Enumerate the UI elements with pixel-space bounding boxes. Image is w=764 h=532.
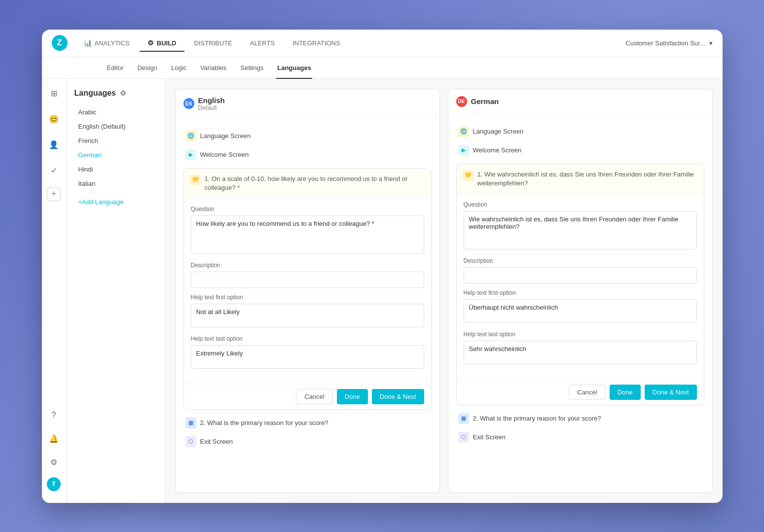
q1-text: 1. On a scale of 0-10, how likely are yo… xyxy=(205,175,425,192)
survey-title[interactable]: Customer Satisfaction Sur... ▾ xyxy=(625,39,712,47)
grid-icon-btn[interactable]: ⊞ xyxy=(45,85,63,103)
help-last-row: Help text last option xyxy=(191,335,424,371)
nav-tab-distribute[interactable]: DISTRIBUTE xyxy=(186,35,240,52)
panel-title: Languages ⚙ xyxy=(74,89,157,98)
german-done-button[interactable]: Done xyxy=(610,385,641,400)
english-done-next-button[interactable]: Done & Next xyxy=(372,389,424,404)
lang-item-english[interactable]: English (Default) xyxy=(74,120,157,133)
english-q2[interactable]: ▦ 2. What is the primary reason for your… xyxy=(183,414,432,432)
de-help-last-row: Help text last option xyxy=(464,331,697,366)
de-help-first-row: Help text first option xyxy=(464,289,697,325)
settings-icon-btn[interactable]: ⚙ xyxy=(45,454,63,471)
languages-settings-icon[interactable]: ⚙ xyxy=(120,89,126,97)
english-cancel-button[interactable]: Cancel xyxy=(296,389,332,404)
top-nav: Z 📊 ANALYTICS ⚙ BUILD DISTRIBUTE ALERTS … xyxy=(42,30,723,57)
english-welcome-screen[interactable]: ▶ Welcome Screen xyxy=(183,145,432,164)
de-help-last-textarea[interactable] xyxy=(464,341,697,364)
german-column: DE German 🌐 Language Screen ▶ Wel xyxy=(448,89,713,493)
tab-languages[interactable]: Languages xyxy=(276,57,312,79)
tab-variables[interactable]: Variables xyxy=(199,57,227,79)
de-question-textarea[interactable] xyxy=(464,211,697,249)
lang-item-hindi[interactable]: Hindi xyxy=(74,163,157,176)
nav-tab-integrations[interactable]: INTEGRATIONS xyxy=(285,35,348,52)
english-done-button[interactable]: Done xyxy=(337,389,368,404)
de-question-row: Question xyxy=(464,201,697,251)
german-question-1-header[interactable]: 💛 1. Wie wahrscheinlich ist es, dass Sie… xyxy=(457,164,704,194)
nav-tab-build[interactable]: ⚙ BUILD xyxy=(140,35,184,52)
english-column: EN English Default 🌐 Language Screen xyxy=(175,89,440,493)
german-cancel-button[interactable]: Cancel xyxy=(569,385,605,400)
q1-icon: 💛 xyxy=(190,175,201,185)
english-question-1: 💛 1. On a scale of 0-10, how likely are … xyxy=(183,168,432,410)
english-question-1-header[interactable]: 💛 1. On a scale of 0-10, how likely are … xyxy=(184,169,431,199)
german-welcome-screen[interactable]: ▶ Welcome Screen xyxy=(456,141,704,160)
de-exit-icon: ⬡ xyxy=(458,432,469,443)
german-language-screen[interactable]: 🌐 Language Screen xyxy=(456,122,704,141)
question-textarea[interactable] xyxy=(191,215,424,254)
tab-design[interactable]: Design xyxy=(136,57,158,79)
english-title: English xyxy=(198,96,225,105)
nav-tab-analytics[interactable]: 📊 ANALYTICS xyxy=(75,35,138,52)
user-avatar[interactable]: T xyxy=(47,477,61,491)
german-exit[interactable]: ⬡ Exit Screen xyxy=(456,428,704,447)
add-icon-btn[interactable]: + xyxy=(47,187,61,201)
tab-editor[interactable]: Editor xyxy=(106,57,125,79)
german-done-next-button[interactable]: Done & Next xyxy=(645,385,697,400)
add-language-button[interactable]: +Add Language xyxy=(74,196,157,208)
tab-settings[interactable]: Settings xyxy=(239,57,264,79)
english-subtitle: Default xyxy=(198,105,225,111)
bell-icon-btn[interactable]: 🔔 xyxy=(45,430,63,448)
german-q2[interactable]: ▦ 2. What is the primary reason for your… xyxy=(456,409,704,428)
tab-logic[interactable]: Logic xyxy=(170,57,187,79)
de-q2-icon: ▦ xyxy=(458,413,469,424)
analytics-icon: 📊 xyxy=(83,39,92,47)
de-description-label: Description xyxy=(464,257,697,264)
welcome-screen-icon: ▶ xyxy=(185,149,196,160)
sidebar-bottom: ? 🔔 ⚙ T xyxy=(45,406,63,497)
lang-item-italian[interactable]: Italian xyxy=(74,177,157,190)
q2-icon: ▦ xyxy=(185,418,196,428)
app-container: Z 📊 ANALYTICS ⚙ BUILD DISTRIBUTE ALERTS … xyxy=(42,30,723,503)
language-screen-icon: 🌐 xyxy=(185,131,196,142)
emoji-icon-btn[interactable]: 😊 xyxy=(45,110,63,128)
check-icon-btn[interactable]: ✓ xyxy=(45,162,63,179)
help-icon-btn[interactable]: ? xyxy=(45,406,63,424)
nav-tab-alerts[interactable]: ALERTS xyxy=(242,35,283,52)
language-list: Arabic English (Default) French German H… xyxy=(74,106,157,190)
main-body: ⊞ 😊 👤 ✓ + ? 🔔 ⚙ T Languages ⚙ Arabi xyxy=(42,79,723,503)
build-icon: ⚙ xyxy=(147,39,154,47)
app-logo[interactable]: Z xyxy=(52,35,68,51)
german-body: 🌐 Language Screen ▶ Welcome Screen 💛 1 xyxy=(448,114,712,493)
de-help-first-label: Help text first option xyxy=(464,289,697,296)
english-header: EN English Default xyxy=(176,89,439,119)
help-first-row: Help text first option xyxy=(191,294,424,329)
de-help-first-textarea[interactable] xyxy=(464,299,697,323)
english-language-screen[interactable]: 🌐 Language Screen xyxy=(183,127,432,145)
description-input[interactable] xyxy=(191,272,424,288)
chevron-down-icon: ▾ xyxy=(709,39,713,47)
english-exit[interactable]: ⬡ Exit Screen xyxy=(183,432,432,451)
question-label: Question xyxy=(191,206,424,213)
help-first-label: Help text first option xyxy=(191,294,424,301)
user-icon-btn[interactable]: 👤 xyxy=(45,136,63,154)
sub-nav: Editor Design Logic Variables Settings L… xyxy=(42,57,723,79)
help-last-textarea[interactable] xyxy=(191,345,424,369)
icon-sidebar: ⊞ 😊 👤 ✓ + ? 🔔 ⚙ T xyxy=(42,79,67,503)
de-q1-icon: 💛 xyxy=(463,170,473,181)
de-question-label: Question xyxy=(464,201,697,208)
de-q1-text: 1. Wie wahrscheinlich ist es, dass Sie u… xyxy=(477,170,698,188)
languages-panel: Languages ⚙ Arabic English (Default) Fre… xyxy=(67,79,165,503)
english-body: 🌐 Language Screen ▶ Welcome Screen 💛 1 xyxy=(176,119,439,493)
de-description-input[interactable] xyxy=(464,267,697,284)
lang-item-french[interactable]: French xyxy=(74,134,157,147)
lang-item-arabic[interactable]: Arabic xyxy=(74,106,157,119)
description-row: Description xyxy=(191,262,424,288)
german-title: German xyxy=(471,97,499,106)
de-description-row: Description xyxy=(464,257,697,284)
english-question-form: Question Description Help text first opt… xyxy=(184,199,431,384)
help-first-textarea[interactable] xyxy=(191,304,424,327)
help-last-label: Help text last option xyxy=(191,335,424,342)
description-label: Description xyxy=(191,262,424,269)
lang-item-german[interactable]: German xyxy=(74,148,157,162)
content-area: EN English Default 🌐 Language Screen xyxy=(165,79,723,503)
